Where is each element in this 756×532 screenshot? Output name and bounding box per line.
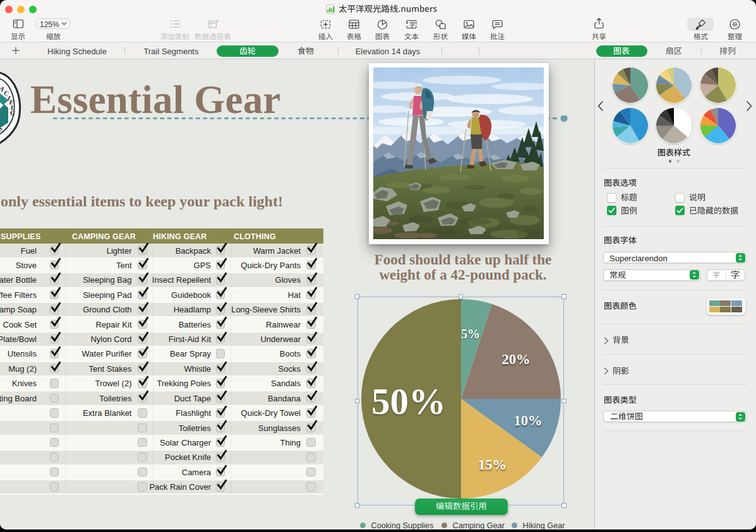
svg-text:C: C xyxy=(9,109,15,117)
